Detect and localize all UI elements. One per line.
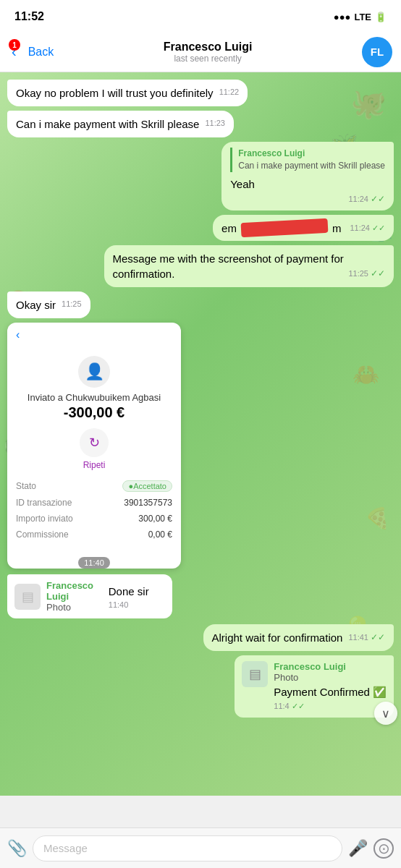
bubble-8: ▤ Francesco Luigi Photo Done sir 11:40 (7, 574, 172, 618)
card-repeat-btn: ↻ (80, 428, 109, 457)
card-repeat-label: Ripeti (16, 460, 172, 470)
card-header: ‹ (7, 323, 181, 347)
msg10-text: Payment Confirmed ✅ (274, 686, 387, 699)
network-type: LTE (354, 12, 371, 22)
photo-sender-8: Francesco Luigi (46, 580, 103, 602)
photo-icon-8: ▤ (22, 589, 34, 605)
payment-card: ‹ 👤 Inviato a Chukwubuikem Agbasi -300,0… (7, 323, 181, 569)
msg1-text: Okay no problem I will trust you definit… (16, 87, 214, 99)
avatar[interactable]: FL (362, 37, 392, 67)
status-icons: ●●● LTE 🔋 (334, 12, 387, 22)
msg9-time: 11:41 ✓✓ (348, 631, 385, 644)
msg8-time: 11:40 (109, 600, 129, 609)
check-5: ✓✓ (371, 268, 385, 278)
msg3-time: 11:24 ✓✓ (348, 193, 385, 205)
msg2-time: 11:23 (205, 118, 225, 129)
commissione-label: Commissione (16, 527, 99, 542)
quoted-msg-3: Francesco Luigi Can i make payment with … (230, 148, 385, 172)
card-body: 👤 Inviato a Chukwubuikem Agbasi -300,00 … (7, 347, 181, 551)
msg2-text: Can i make payment with Skrill please (16, 118, 199, 130)
card-amount: -300,00 € (16, 404, 172, 421)
quoted-text-3: Can i make payment with Skrill please (238, 160, 385, 172)
message-placeholder: Message (43, 842, 88, 854)
photo-out-label: Photo (274, 672, 387, 683)
signal-icon: ●●● (334, 12, 351, 22)
card-timestamp: 11:40 (78, 557, 110, 569)
bubble-2: Can i make payment with Skrill please 11… (7, 111, 234, 137)
message-row-1: Okay no problem I will trust you definit… (7, 80, 394, 106)
check-3: ✓✓ (371, 194, 385, 204)
msg9-text: Alright wait for confirmation (212, 631, 343, 644)
photo-out-sender: Francesco Luigi (274, 661, 387, 672)
importo-label: Importo inviato (16, 511, 99, 527)
card-recipient: Inviato a Chukwubuikem Agbasi (16, 392, 172, 403)
attach-button[interactable]: 📎 (7, 839, 27, 858)
message-row-6: Okay sir 11:25 (7, 292, 394, 318)
msg5-time: 11:25 ✓✓ (348, 268, 385, 280)
contact-info: Francesco Luigi last seen recently (54, 41, 362, 64)
bubble-3: Francesco Luigi Can i make payment with … (221, 142, 394, 210)
camera-button[interactable]: ⊙ (373, 838, 394, 859)
message-row-9: Alright wait for confirmation 11:41 ✓✓ (7, 624, 394, 651)
back-label[interactable]: Back (28, 46, 54, 59)
email-redaction (240, 218, 328, 237)
photo-label-8: Photo (46, 602, 103, 613)
importo-value: 300,00 € (99, 511, 172, 527)
photo-thumb-8: ▤ (14, 584, 41, 610)
message-row-2: Can i make payment with Skrill please 11… (7, 111, 394, 137)
chat-header: 1 ‹ Back Francesco Luigi last seen recen… (0, 32, 401, 72)
card-table-row-id: ID transazione 3901357573 (16, 495, 172, 511)
contact-status: last seen recently (54, 54, 362, 64)
card-table-row-status: Stato ●Accettato (16, 477, 172, 495)
msg10-time: 11:4 ✓✓ (274, 702, 304, 710)
card-table: Stato ●Accettato ID transazione 39013575… (16, 477, 172, 542)
message-row-10: ▤ Francesco Luigi Photo Payment Confirme… (7, 655, 394, 718)
mic-button[interactable]: 🎤 (348, 839, 368, 858)
msg6-time: 11:25 (62, 299, 82, 310)
status-time: 11:52 (14, 10, 44, 23)
transaction-id-value: 3901357573 (99, 495, 172, 511)
card-back-icon: ‹ (16, 328, 20, 341)
bubble-1: Okay no problem I will trust you definit… (7, 80, 248, 106)
scroll-down-button[interactable]: ∨ (374, 702, 397, 725)
chevron-down-icon: ∨ (381, 707, 390, 720)
photo-icon-10: ▤ (249, 666, 261, 682)
photo-info-8: Francesco Luigi Photo (46, 580, 103, 613)
message-row-5: Message me with the screenshot of paymen… (7, 245, 394, 287)
bubble-5: Message me with the screenshot of paymen… (104, 245, 394, 287)
photo-thumb-10: ▤ (242, 661, 268, 687)
check-10: ✓✓ (292, 702, 305, 710)
card-table-row-commissione: Commissione 0,00 € (16, 527, 172, 542)
quoted-name-3: Francesco Luigi (238, 148, 385, 160)
commissione-value: 0,00 € (99, 527, 172, 542)
status-label: Stato (16, 477, 99, 495)
message-row-3: Francesco Luigi Can i make payment with … (7, 142, 394, 210)
msg8-text: Done sir (109, 585, 165, 597)
msg5-text: Message me with the screenshot of paymen… (113, 252, 344, 280)
status-bar: 11:52 ●●● LTE 🔋 (0, 0, 401, 32)
message-input[interactable]: Message (33, 835, 342, 861)
check-4: ✓✓ (372, 224, 385, 232)
email-suffix: m (332, 222, 342, 234)
back-button[interactable]: 1 ‹ Back (9, 43, 54, 60)
status-value: ●Accettato (99, 477, 172, 495)
msg1-time: 11:22 (219, 87, 240, 98)
photo-out-info: Francesco Luigi Photo Payment Confirmed … (274, 661, 387, 712)
card-table-row-importo: Importo inviato 300,00 € (16, 511, 172, 527)
msg6-text: Okay sir (16, 299, 56, 311)
bubble-9: Alright wait for confirmation 11:41 ✓✓ (203, 624, 394, 651)
email-prefix: em (221, 222, 237, 234)
check-9: ✓✓ (371, 632, 385, 642)
transaction-id-label: ID transazione (16, 495, 99, 511)
bubble-6: Okay sir 11:25 (7, 292, 90, 318)
message-row-4: em m 11:24 ✓✓ (7, 215, 394, 241)
battery-icon: 🔋 (375, 12, 387, 22)
back-badge: 1 (9, 39, 20, 51)
msg3-text: Yeah (230, 176, 385, 192)
message-row-7: ‹ 👤 Inviato a Chukwubuikem Agbasi -300,0… (7, 323, 394, 569)
input-bar: 📎 Message 🎤 ⊙ (0, 827, 401, 868)
chat-area: 🐙 🦋 🐟 🦀 🍕 💡 🎯 ⚽ Okay no problem I will t… (0, 72, 401, 796)
bubble-4: em m 11:24 ✓✓ (213, 215, 394, 241)
message-row-8: ▤ Francesco Luigi Photo Done sir 11:40 (7, 574, 394, 618)
accepted-badge: ●Accettato (122, 480, 172, 492)
